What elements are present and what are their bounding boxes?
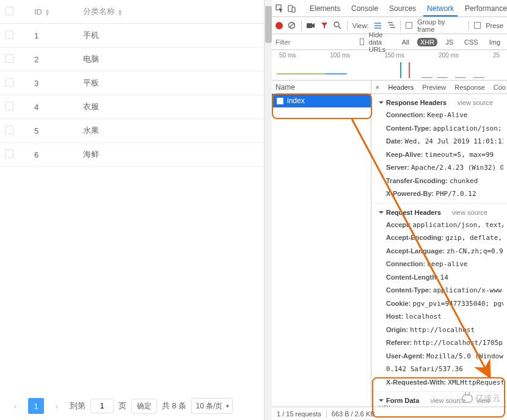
row-checkbox[interactable] <box>5 102 13 110</box>
table-row[interactable]: 1 手机 <box>0 24 271 48</box>
tab-console[interactable]: Console <box>348 1 382 16</box>
view-label: View: <box>352 22 369 29</box>
tab-performance[interactable]: Performance <box>461 1 507 16</box>
filter-css[interactable]: CSS <box>461 38 481 46</box>
timeline[interactable]: 50 ms 100 ms 150 ms 200 ms 25 <box>272 50 507 81</box>
collapse-icon[interactable] <box>379 101 384 104</box>
filter-input[interactable] <box>275 38 355 46</box>
devtools-panel: Elements Console Sources Network Perform… <box>272 0 507 420</box>
svg-point-6 <box>334 22 339 27</box>
goto-unit: 页 <box>119 400 126 411</box>
goto-label: 到第 <box>70 400 86 411</box>
sort-icon[interactable]: ▲▼ <box>45 9 50 16</box>
scrollbar[interactable] <box>264 0 272 420</box>
tab-preview[interactable]: Preview <box>421 84 447 91</box>
watermark: 亿速云 <box>462 393 501 404</box>
request-details-panel: × Headers Preview Response Coo Response … <box>371 81 507 407</box>
svg-rect-5 <box>307 23 312 28</box>
device-toggle-icon[interactable] <box>288 4 296 13</box>
cell-id: 3 <box>29 71 78 95</box>
category-table: ID▲▼ 分类名称▲▼ 1 手机 2 电脑 3 平板 4 衣服 5 水果 6 海… <box>0 0 271 167</box>
filter-icon[interactable] <box>320 21 329 30</box>
table-row[interactable]: 4 衣服 <box>0 95 271 119</box>
preserve-log-checkbox[interactable] <box>474 22 481 29</box>
name-column-header[interactable]: Name <box>272 81 371 94</box>
row-checkbox[interactable] <box>5 78 13 87</box>
cell-id: 6 <box>29 143 78 167</box>
request-headers-section: Request Headersview source Accept: appli… <box>371 204 507 393</box>
status-requests: 1 / 15 requests <box>277 410 321 418</box>
cell-name: 衣服 <box>78 95 271 119</box>
row-checkbox[interactable] <box>5 31 13 39</box>
table-row[interactable]: 2 电脑 <box>0 48 271 71</box>
camera-icon[interactable] <box>307 21 315 30</box>
filter-all[interactable]: All <box>399 38 412 46</box>
record-icon[interactable] <box>275 22 283 29</box>
header-row: Host: localhost <box>379 310 503 324</box>
hide-data-urls-checkbox[interactable] <box>360 38 364 45</box>
tick-150: 150 ms <box>384 52 404 59</box>
header-row: User-Agent: Mozilla/5.0 (Windows NT <box>379 350 503 363</box>
goto-page-input[interactable] <box>90 399 114 413</box>
view-source-link[interactable]: view source <box>458 99 493 106</box>
header-row: Content-Type: application/json; cha <box>379 122 503 136</box>
header-row: Accept: application/json, text/jav <box>379 219 503 232</box>
table-row[interactable]: 3 平板 <box>0 71 271 95</box>
row-checkbox[interactable] <box>5 150 13 158</box>
sort-icon[interactable]: ▲▼ <box>117 9 123 16</box>
cell-id: 2 <box>29 48 78 71</box>
tab-network[interactable]: Network <box>423 1 458 16</box>
tab-response[interactable]: Response <box>453 84 486 91</box>
view-source-link[interactable]: view source <box>430 397 465 404</box>
filter-img[interactable]: Img <box>486 38 503 46</box>
tick-50: 50 ms <box>279 52 296 59</box>
group-by-frame-label: Group by frame <box>417 18 464 33</box>
table-row[interactable]: 5 水果 <box>0 119 271 143</box>
data-table-panel: ID▲▼ 分类名称▲▼ 1 手机 2 电脑 3 平板 4 衣服 5 水果 6 海… <box>0 0 272 420</box>
cell-id: 4 <box>29 95 78 119</box>
prev-page-button[interactable]: ‹ <box>7 398 23 414</box>
cell-name: 海鲜 <box>78 143 271 167</box>
preserve-label: Prese <box>486 22 503 29</box>
view-source-link[interactable]: view source <box>452 209 487 216</box>
collapse-icon[interactable] <box>379 211 384 214</box>
cell-name: 水果 <box>78 119 271 143</box>
goto-confirm-button[interactable]: 确定 <box>131 399 157 414</box>
cell-name: 平板 <box>78 71 271 95</box>
filter-xhr[interactable]: XHR <box>417 38 437 46</box>
tick-100: 100 ms <box>330 52 350 59</box>
col-name[interactable]: 分类名称▲▼ <box>78 0 271 24</box>
search-icon[interactable] <box>334 21 342 30</box>
close-details-button[interactable]: × <box>374 84 381 91</box>
tab-headers[interactable]: Headers <box>387 84 415 91</box>
pagination: ‹ 1 › 到第 页 确定 共 8 条 10 条/页 <box>0 392 271 420</box>
page-number-1[interactable]: 1 <box>28 398 44 414</box>
inspect-icon[interactable] <box>275 4 284 13</box>
next-page-button[interactable]: › <box>49 398 65 414</box>
header-row: X-Powered-By: PHP/7.0.12 <box>379 187 503 201</box>
tick-250: 25 <box>493 52 500 59</box>
clear-icon[interactable] <box>288 21 296 30</box>
row-checkbox[interactable] <box>5 54 13 63</box>
table-row[interactable]: 6 海鲜 <box>0 143 271 167</box>
svg-line-7 <box>338 26 341 29</box>
filter-js[interactable]: JS <box>442 38 456 46</box>
header-row: Keep-Alive: timeout=5, max=99 <box>379 148 503 162</box>
tab-sources[interactable]: Sources <box>385 1 420 16</box>
view-list-icon[interactable] <box>373 21 382 30</box>
header-row: Accept-Encoding: gzip, deflate, br <box>379 231 503 245</box>
tab-cookies[interactable]: Coo <box>492 84 507 91</box>
view-frame-icon[interactable] <box>387 21 395 30</box>
col-id[interactable]: ID▲▼ <box>29 0 78 24</box>
row-checkbox[interactable] <box>5 126 13 134</box>
tick-200: 200 ms <box>439 52 459 59</box>
page-size-select[interactable]: 10 条/页 <box>191 398 233 414</box>
group-by-frame-checkbox[interactable] <box>406 22 412 29</box>
request-row-index[interactable]: index <box>272 94 371 107</box>
select-all-checkbox[interactable] <box>5 7 13 15</box>
collapse-icon[interactable] <box>379 399 384 402</box>
tab-elements[interactable]: Elements <box>306 1 344 16</box>
form-data-title: Form Data <box>386 397 419 404</box>
header-row: Content-Length: 14 <box>379 271 503 284</box>
header-row: Server: Apache/2.4.23 (Win32) OpenS <box>379 161 503 175</box>
